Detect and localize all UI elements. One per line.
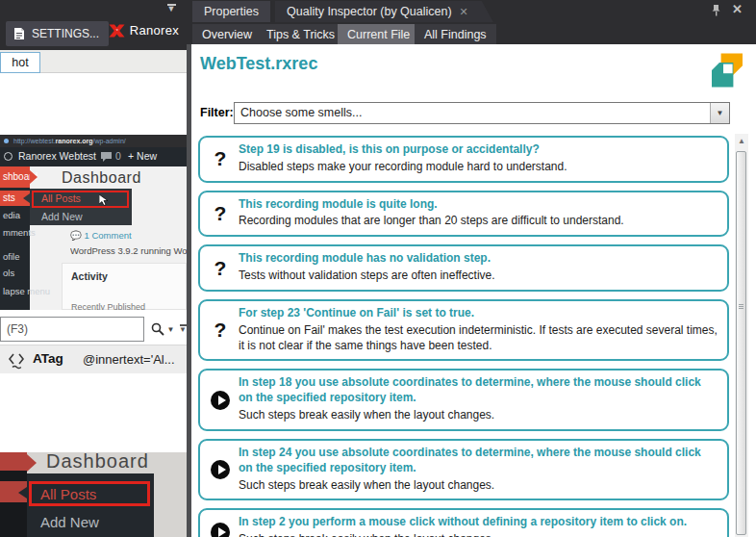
overflow-chevron-icon[interactable]: ▼ [178, 324, 188, 332]
path-element-attribute: @innertext='Al... [83, 352, 175, 367]
wp-flyout-all-posts: All Posts [41, 192, 81, 204]
document-icon [13, 27, 25, 40]
finding-description: Such steps break easily when the layout … [239, 532, 718, 537]
tab-current-file-label: Current File [347, 28, 410, 41]
globe-icon [4, 139, 9, 143]
finding-card[interactable]: ? This recording module has no validatio… [198, 244, 729, 292]
zoom-sidebar-dark-block [0, 471, 27, 481]
wp-comment-line-text: 1 Comment [85, 230, 132, 241]
finding-card[interactable]: ? This recording module is quite long. R… [198, 191, 729, 238]
finding-card[interactable]: In step 2 you perform a mouse click with… [198, 508, 729, 537]
wp-flyout-add-new: Add New [41, 211, 83, 222]
cursor-icon [99, 194, 109, 206]
close-icon[interactable]: ✕ [732, 2, 743, 16]
wp-flyout-arrow [23, 193, 30, 203]
address-text: http://webtest. [13, 138, 56, 144]
tab-overview[interactable]: Overview [192, 24, 262, 44]
filter-combobox-value: Choose some smells... [240, 106, 362, 119]
chevron-down-icon: ▼ [717, 109, 724, 117]
zoom-add-new: Add New [40, 514, 99, 530]
zoom-dashboard-heading: Dashboard [46, 452, 149, 473]
filter-dropdown-button[interactable]: ▼ [710, 103, 729, 123]
search-input[interactable] [0, 317, 144, 342]
sub-tabstrip: Overview Tips & Tricks Current File All … [187, 22, 756, 44]
tab-properties-label: Properties [204, 5, 259, 18]
tab-tips-tricks-label: Tips & Tricks [266, 28, 335, 41]
left-panel-whitespace [0, 73, 187, 135]
wp-activity-panel: Activity Recently Published [62, 263, 187, 310]
wp-comment-line: 💬 1 Comment [70, 230, 132, 241]
tab-tips-tricks[interactable]: Tips & Tricks [257, 24, 344, 44]
question-icon: ? [208, 203, 233, 224]
search-button[interactable]: ▼ [146, 317, 179, 342]
finding-card[interactable]: In step 24 you use absolute coordinates … [198, 439, 729, 500]
spy-path-row[interactable]: ATag @innertext='Al... [0, 345, 187, 373]
screenshot-tab[interactable]: hot [0, 52, 40, 73]
chevron-down-icon[interactable]: ▼ [165, 4, 177, 12]
wp-sidebar-item-collapse: lapse menu [3, 286, 50, 296]
wp-site-name: Ranorex Webtest [18, 150, 96, 162]
wp-sidebar-item-dashboard: shboard [0, 166, 30, 188]
zoom-gray-area [154, 473, 187, 537]
finding-title: In step 2 you perform a mouse click with… [239, 515, 718, 530]
tab-close-icon[interactable]: ✕ [460, 6, 468, 18]
wp-sidebar-arrow [30, 170, 38, 184]
wp-new-button: + New [128, 150, 157, 162]
wordpress-logo-icon [4, 152, 13, 161]
tab-properties[interactable]: Properties [192, 1, 270, 22]
wp-activity-recent: Recently Published [71, 302, 145, 310]
tab-current-file[interactable]: Current File [338, 24, 419, 44]
settings-button-label: SETTINGS... [32, 27, 99, 40]
filter-label: Filter: [200, 106, 234, 119]
play-icon [208, 523, 233, 537]
ranorex-brand-label: Ranorex [130, 23, 179, 38]
scrollbar-thumb[interactable] [736, 151, 746, 535]
play-icon [208, 460, 233, 479]
screenshot-tabstrip: hot [0, 50, 187, 73]
findings-list: ? Step 19 is disabled, is this on purpos… [198, 136, 729, 537]
tab-quality-inspector-label: Quality Inspector (by Qualicen) [287, 5, 452, 18]
finding-card[interactable]: In step 18 you use absolute coordinates … [198, 369, 729, 430]
finding-title: In step 24 you use absolute coordinates … [239, 446, 718, 476]
zoom-flyout-arrow [18, 487, 27, 499]
tab-quality-inspector[interactable]: Quality Inspector (by Qualicen) ✕ [275, 1, 493, 22]
zoom-sidebar-arrow [27, 454, 37, 472]
finding-description: Recording modules that are longer than 2… [239, 214, 718, 229]
pin-icon[interactable] [711, 3, 721, 20]
wp-page-body: shboard Dashboard sts All Posts Add New … [0, 166, 187, 310]
vertical-scrollbar[interactable]: ▲ [735, 134, 748, 537]
finding-title: For step 23 'Continue on Fail' is set to… [239, 306, 718, 321]
zoomed-screenshot-view: Dashboard All Posts Add New [0, 452, 187, 537]
play-icon [208, 391, 233, 410]
left-panel-titlebar: ▼ [0, 0, 187, 17]
settings-button[interactable]: SETTINGS... [6, 21, 109, 46]
question-icon: ? [208, 320, 233, 341]
wp-sidebar-item-comments: mments [3, 227, 36, 238]
search-icon [151, 322, 164, 336]
scroll-up-arrow[interactable]: ▲ [735, 134, 748, 149]
screenshot-tab-label: hot [12, 56, 28, 69]
filter-row: Filter: Choose some smells... ▼ [200, 102, 739, 124]
tab-overview-label: Overview [202, 28, 252, 41]
wp-version-line: WordPress 3.9.2 running WordPress Ra [70, 245, 187, 256]
finding-description: Disabled steps make your recording modul… [239, 160, 718, 175]
tab-all-findings[interactable]: All Findings [415, 24, 496, 44]
finding-card[interactable]: ? Step 19 is disabled, is this on purpos… [198, 136, 729, 183]
finding-title: Step 19 is disabled, is this on purpose … [239, 142, 718, 158]
page-title: WebTest.rxrec [200, 54, 317, 74]
finding-description: Continue on Fail' makes the test executi… [239, 323, 718, 354]
wp-posts-flyout: All Posts Add New [30, 189, 132, 225]
spy-search-row: ▼ ▼ [0, 313, 187, 345]
wp-admin-bar: Ranorex Webtest 0 + New [0, 147, 187, 166]
chevron-down-icon: ▼ [167, 325, 175, 334]
finding-card[interactable]: ? For step 23 'Continue on Fail' is set … [198, 299, 729, 361]
qualicen-logo [712, 50, 743, 94]
zoom-sidebar-red-block [0, 452, 27, 471]
finding-description: Such steps break easily when the layout … [239, 478, 718, 494]
filter-combobox[interactable]: Choose some smells... ▼ [234, 102, 730, 124]
zoom-flyout: All Posts Add New [27, 473, 154, 537]
finding-title: In step 18 you use absolute coordinates … [239, 375, 718, 406]
address-domain: ranorex.org [56, 138, 93, 144]
question-icon: ? [208, 258, 233, 279]
wp-sidebar-item-tools: ols [3, 268, 14, 278]
